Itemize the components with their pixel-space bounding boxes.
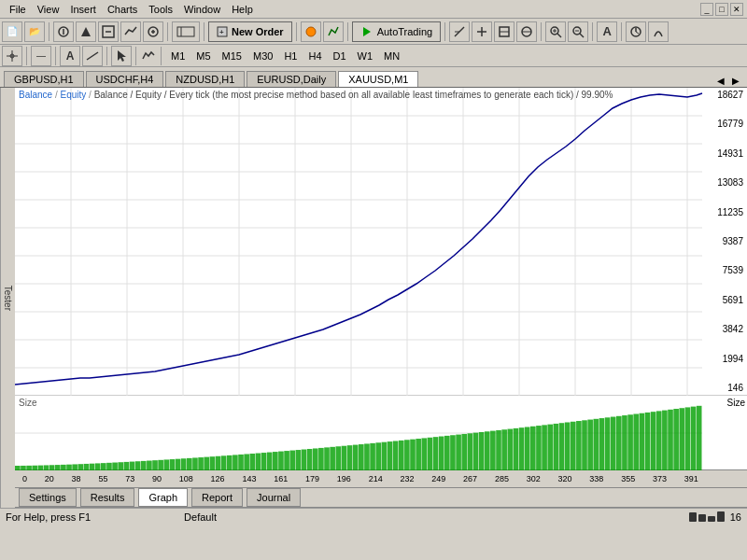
svg-rect-132 — [444, 436, 450, 470]
btn12[interactable] — [494, 21, 514, 42]
menu-window[interactable]: Window — [178, 2, 226, 17]
maximize-btn[interactable]: □ — [715, 3, 728, 16]
svg-rect-169 — [656, 411, 662, 470]
menu-tools[interactable]: Tools — [143, 2, 178, 17]
btn3[interactable] — [76, 21, 96, 42]
zoom-in-btn[interactable] — [545, 21, 566, 42]
svg-point-9 — [306, 27, 316, 36]
svg-rect-87 — [187, 458, 192, 470]
bottom-tab-report[interactable]: Report — [191, 488, 243, 507]
svg-rect-150 — [547, 425, 553, 470]
btn5[interactable] — [120, 21, 141, 42]
svg-rect-143 — [507, 429, 513, 470]
open-btn[interactable]: 📂 — [24, 21, 45, 42]
timeframe-m5[interactable]: M5 — [190, 49, 216, 63]
svg-rect-161 — [611, 417, 616, 470]
crosshair-btn[interactable] — [2, 46, 22, 66]
x-label-214: 214 — [369, 474, 383, 483]
timeframe-m30[interactable]: M30 — [247, 49, 278, 63]
x-label-90: 90 — [152, 474, 162, 483]
btn9[interactable] — [323, 21, 344, 42]
bottom-tab-journal[interactable]: Journal — [247, 488, 301, 507]
timeframe-h4[interactable]: H4 — [303, 49, 327, 63]
svg-rect-95 — [233, 455, 238, 470]
svg-rect-75 — [118, 462, 123, 470]
chart-tab-4[interactable]: XAUUSD,M1 — [338, 71, 418, 87]
svg-rect-78 — [135, 461, 141, 470]
chart-tab-1[interactable]: USDCHF,H4 — [86, 71, 164, 87]
btn7[interactable] — [172, 21, 200, 42]
x-label-320: 320 — [558, 474, 572, 483]
timeframe-mn[interactable]: MN — [378, 49, 405, 63]
bottom-tab-graph[interactable]: Graph — [138, 488, 188, 507]
svg-rect-126 — [410, 440, 416, 470]
sep10 — [26, 47, 27, 65]
svg-rect-98 — [249, 454, 255, 470]
svg-line-20 — [557, 34, 561, 37]
zoom-out-btn[interactable] — [568, 21, 588, 42]
timeframe-m1[interactable]: M1 — [165, 49, 190, 63]
btn2[interactable] — [53, 21, 74, 42]
bottom-tab-settings[interactable]: Settings — [19, 488, 77, 507]
text-tool-btn[interactable]: A — [60, 46, 80, 66]
line-tool-btn[interactable]: — — [31, 46, 51, 66]
new-order-button[interactable]: + New Order — [208, 21, 292, 42]
chart-tab-2[interactable]: NZDUSD,H1 — [165, 71, 245, 87]
svg-rect-172 — [673, 409, 679, 470]
timeframe-h1[interactable]: H1 — [278, 49, 303, 63]
toolbar-1: 📄 📂 + New Order AutoTrading — [0, 19, 747, 45]
menu-insert[interactable]: Insert — [64, 2, 102, 17]
timeframe-d1[interactable]: D1 — [328, 49, 352, 63]
menu-file[interactable]: File — [4, 2, 32, 17]
btn8[interactable] — [301, 21, 321, 42]
svg-rect-86 — [181, 458, 187, 470]
x-axis: 0203855739010812614316117919621423224926… — [15, 470, 747, 487]
svg-rect-118 — [364, 443, 370, 470]
volume-axis: Size — [702, 396, 747, 469]
sep8 — [592, 22, 593, 41]
svg-rect-159 — [599, 418, 605, 470]
chart-tab-0[interactable]: GBPUSD,H1 — [4, 71, 84, 87]
status-bar: For Help, press F1 Default 16 — [0, 508, 747, 525]
close-btn[interactable]: ✕ — [730, 3, 743, 16]
tab-prev-btn[interactable]: ◀ — [713, 75, 728, 87]
svg-marker-33 — [118, 50, 126, 62]
svg-rect-122 — [388, 441, 393, 470]
svg-rect-81 — [152, 460, 158, 470]
svg-rect-68 — [78, 464, 83, 470]
volume-chart[interactable]: Size Size — [15, 396, 747, 470]
menu-charts[interactable]: Charts — [102, 2, 143, 17]
x-label-55: 55 — [98, 474, 107, 483]
svg-marker-10 — [363, 27, 371, 36]
timeframe-w1[interactable]: W1 — [352, 49, 379, 63]
chart-tab-3[interactable]: EURUSD,Daily — [247, 71, 336, 87]
minimize-btn[interactable]: _ — [700, 3, 713, 16]
btn11[interactable] — [472, 21, 492, 42]
cursor-btn[interactable] — [111, 46, 132, 66]
bottom-tab-results[interactable]: Results — [80, 488, 135, 507]
new-file-btn[interactable]: 📄 — [2, 21, 22, 42]
btn15[interactable] — [626, 21, 646, 42]
btn10[interactable] — [449, 21, 470, 42]
svg-rect-116 — [353, 445, 359, 470]
svg-rect-112 — [330, 447, 335, 470]
svg-rect-149 — [542, 425, 547, 470]
auto-trading-button[interactable]: AutoTrading — [352, 21, 442, 42]
menu-view[interactable]: View — [32, 2, 65, 17]
btn4[interactable] — [98, 21, 119, 42]
menu-help[interactable]: Help — [226, 2, 259, 17]
tab-next-btn[interactable]: ▶ — [728, 75, 743, 87]
sep7 — [541, 22, 542, 41]
btn13[interactable] — [516, 21, 537, 42]
svg-rect-91 — [210, 456, 216, 470]
fib-tool-btn[interactable] — [82, 46, 103, 66]
main-price-chart[interactable]: 18627 16779 14931 13083 11235 9387 7539 … — [15, 88, 747, 396]
timeframe-m15[interactable]: M15 — [217, 49, 247, 63]
svg-rect-90 — [204, 457, 209, 470]
svg-rect-100 — [261, 453, 267, 470]
price-label-8: 3842 — [702, 324, 745, 334]
btn6[interactable] — [143, 21, 163, 42]
price-label-7: 5691 — [702, 295, 745, 305]
btn16[interactable] — [648, 21, 669, 42]
btn14[interactable]: A — [597, 21, 617, 42]
